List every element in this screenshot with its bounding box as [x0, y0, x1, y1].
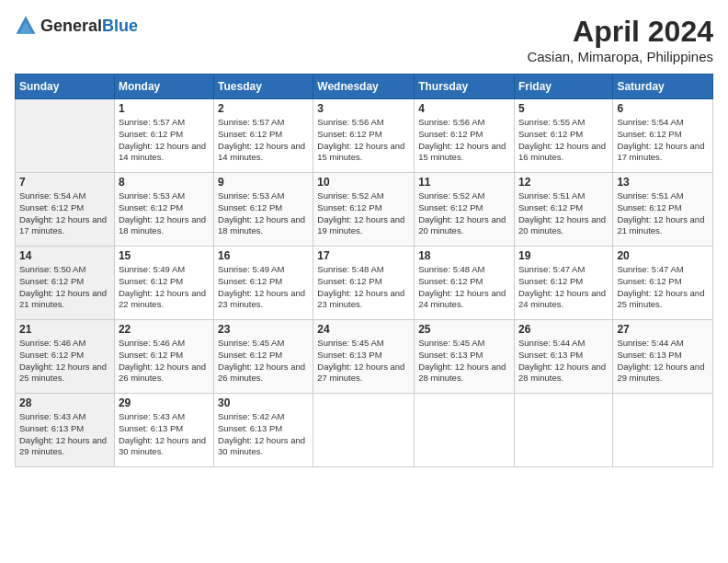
day-info: Sunrise: 5:43 AMSunset: 6:13 PMDaylight:…: [119, 411, 206, 456]
calendar-cell: 19Sunrise: 5:47 AMSunset: 6:12 PMDayligh…: [514, 247, 612, 320]
day-number: 7: [19, 176, 110, 189]
location-title: Casian, Mimaropa, Philippines: [527, 49, 713, 64]
day-number: 16: [218, 249, 309, 262]
day-number: 24: [317, 323, 410, 336]
calendar-week-row: 21Sunrise: 5:46 AMSunset: 6:12 PMDayligh…: [16, 320, 713, 394]
calendar-cell: 20Sunrise: 5:47 AMSunset: 6:12 PMDayligh…: [613, 247, 713, 320]
day-info: Sunrise: 5:49 AMSunset: 6:12 PMDaylight:…: [119, 264, 206, 309]
logo: GeneralBlue: [15, 15, 138, 37]
day-number: 15: [119, 249, 210, 262]
calendar-cell: 1Sunrise: 5:57 AMSunset: 6:12 PMDaylight…: [114, 99, 213, 173]
calendar-cell: 11Sunrise: 5:52 AMSunset: 6:12 PMDayligh…: [415, 173, 515, 247]
day-number: 23: [218, 323, 309, 336]
day-info: Sunrise: 5:57 AMSunset: 6:12 PMDaylight:…: [218, 117, 305, 162]
logo-text: GeneralBlue: [40, 17, 138, 36]
day-info: Sunrise: 5:51 AMSunset: 6:12 PMDaylight:…: [617, 190, 704, 236]
calendar-cell: 10Sunrise: 5:52 AMSunset: 6:12 PMDayligh…: [313, 173, 415, 247]
day-of-week-header: Monday: [114, 75, 213, 99]
header: GeneralBlue April 2024 Casian, Mimaropa,…: [15, 15, 713, 64]
calendar-cell: 3Sunrise: 5:56 AMSunset: 6:12 PMDaylight…: [313, 99, 415, 173]
day-info: Sunrise: 5:50 AMSunset: 6:12 PMDaylight:…: [19, 264, 107, 309]
calendar-cell: [514, 394, 612, 467]
day-info: Sunrise: 5:47 AMSunset: 6:12 PMDaylight:…: [617, 264, 704, 309]
calendar-cell: [313, 394, 415, 467]
day-of-week-header: Tuesday: [214, 75, 313, 99]
day-number: 1: [119, 102, 210, 115]
day-number: 19: [518, 249, 609, 262]
day-number: 20: [617, 249, 709, 262]
logo-blue: Blue: [102, 17, 138, 35]
calendar-week-row: 7Sunrise: 5:54 AMSunset: 6:12 PMDaylight…: [16, 173, 713, 247]
day-info: Sunrise: 5:55 AMSunset: 6:12 PMDaylight:…: [518, 117, 606, 162]
calendar-cell: 21Sunrise: 5:46 AMSunset: 6:12 PMDayligh…: [16, 320, 115, 394]
day-info: Sunrise: 5:52 AMSunset: 6:12 PMDaylight:…: [418, 190, 506, 236]
logo-icon: [15, 15, 37, 37]
calendar-cell: 22Sunrise: 5:46 AMSunset: 6:12 PMDayligh…: [114, 320, 213, 394]
day-number: 8: [119, 176, 210, 189]
day-info: Sunrise: 5:44 AMSunset: 6:13 PMDaylight:…: [617, 338, 704, 383]
calendar-table: SundayMondayTuesdayWednesdayThursdayFrid…: [15, 74, 713, 467]
day-number: 11: [418, 176, 510, 189]
day-info: Sunrise: 5:57 AMSunset: 6:12 PMDaylight:…: [119, 117, 206, 162]
day-info: Sunrise: 5:53 AMSunset: 6:12 PMDaylight:…: [218, 190, 305, 236]
title-section: April 2024 Casian, Mimaropa, Philippines: [527, 15, 713, 64]
day-info: Sunrise: 5:56 AMSunset: 6:12 PMDaylight:…: [317, 117, 404, 162]
day-info: Sunrise: 5:44 AMSunset: 6:13 PMDaylight:…: [518, 338, 606, 383]
calendar-cell: 26Sunrise: 5:44 AMSunset: 6:13 PMDayligh…: [514, 320, 612, 394]
day-info: Sunrise: 5:48 AMSunset: 6:12 PMDaylight:…: [418, 264, 506, 309]
calendar-cell: 27Sunrise: 5:44 AMSunset: 6:13 PMDayligh…: [613, 320, 713, 394]
calendar-week-row: 1Sunrise: 5:57 AMSunset: 6:12 PMDaylight…: [16, 99, 713, 173]
calendar-cell: 30Sunrise: 5:42 AMSunset: 6:13 PMDayligh…: [214, 394, 313, 467]
day-of-week-header: Saturday: [613, 75, 713, 99]
calendar-week-row: 14Sunrise: 5:50 AMSunset: 6:12 PMDayligh…: [16, 247, 713, 320]
day-info: Sunrise: 5:47 AMSunset: 6:12 PMDaylight:…: [518, 264, 606, 309]
calendar-cell: [415, 394, 515, 467]
day-number: 28: [19, 396, 110, 409]
calendar-cell: 25Sunrise: 5:45 AMSunset: 6:13 PMDayligh…: [415, 320, 515, 394]
day-number: 27: [617, 323, 709, 336]
day-number: 29: [119, 396, 210, 409]
calendar-cell: 18Sunrise: 5:48 AMSunset: 6:12 PMDayligh…: [415, 247, 515, 320]
day-info: Sunrise: 5:54 AMSunset: 6:12 PMDaylight:…: [19, 190, 107, 236]
day-info: Sunrise: 5:49 AMSunset: 6:12 PMDaylight:…: [218, 264, 305, 309]
calendar-cell: 8Sunrise: 5:53 AMSunset: 6:12 PMDaylight…: [114, 173, 213, 247]
calendar-cell: 6Sunrise: 5:54 AMSunset: 6:12 PMDaylight…: [613, 99, 713, 173]
day-number: 18: [418, 249, 510, 262]
calendar-cell: [613, 394, 713, 467]
day-info: Sunrise: 5:48 AMSunset: 6:12 PMDaylight:…: [317, 264, 404, 309]
calendar-cell: [16, 99, 115, 173]
day-of-week-header: Sunday: [16, 75, 115, 99]
calendar-cell: 14Sunrise: 5:50 AMSunset: 6:12 PMDayligh…: [16, 247, 115, 320]
calendar-cell: 16Sunrise: 5:49 AMSunset: 6:12 PMDayligh…: [214, 247, 313, 320]
calendar-cell: 7Sunrise: 5:54 AMSunset: 6:12 PMDaylight…: [16, 173, 115, 247]
day-info: Sunrise: 5:46 AMSunset: 6:12 PMDaylight:…: [19, 338, 107, 383]
calendar-cell: 9Sunrise: 5:53 AMSunset: 6:12 PMDaylight…: [214, 173, 313, 247]
day-number: 21: [19, 323, 110, 336]
day-number: 14: [19, 249, 110, 262]
day-number: 13: [617, 176, 709, 189]
day-info: Sunrise: 5:45 AMSunset: 6:13 PMDaylight:…: [418, 338, 506, 383]
day-info: Sunrise: 5:45 AMSunset: 6:13 PMDaylight:…: [317, 338, 404, 383]
calendar-cell: 4Sunrise: 5:56 AMSunset: 6:12 PMDaylight…: [415, 99, 515, 173]
page: GeneralBlue April 2024 Casian, Mimaropa,…: [0, 0, 728, 563]
calendar-cell: 17Sunrise: 5:48 AMSunset: 6:12 PMDayligh…: [313, 247, 415, 320]
day-info: Sunrise: 5:51 AMSunset: 6:12 PMDaylight:…: [518, 190, 606, 236]
day-of-week-header: Friday: [514, 75, 612, 99]
day-number: 4: [418, 102, 510, 115]
logo-general: General: [40, 17, 102, 35]
calendar-header-row: SundayMondayTuesdayWednesdayThursdayFrid…: [16, 75, 713, 99]
calendar-cell: 24Sunrise: 5:45 AMSunset: 6:13 PMDayligh…: [313, 320, 415, 394]
day-info: Sunrise: 5:45 AMSunset: 6:12 PMDaylight:…: [218, 338, 305, 383]
calendar-cell: 5Sunrise: 5:55 AMSunset: 6:12 PMDaylight…: [514, 99, 612, 173]
day-number: 9: [218, 176, 309, 189]
day-info: Sunrise: 5:52 AMSunset: 6:12 PMDaylight:…: [317, 190, 404, 236]
day-number: 12: [518, 176, 609, 189]
calendar-cell: 29Sunrise: 5:43 AMSunset: 6:13 PMDayligh…: [114, 394, 213, 467]
day-info: Sunrise: 5:46 AMSunset: 6:12 PMDaylight:…: [119, 338, 206, 383]
calendar-cell: 23Sunrise: 5:45 AMSunset: 6:12 PMDayligh…: [214, 320, 313, 394]
day-number: 6: [617, 102, 709, 115]
day-info: Sunrise: 5:56 AMSunset: 6:12 PMDaylight:…: [418, 117, 506, 162]
calendar-cell: 12Sunrise: 5:51 AMSunset: 6:12 PMDayligh…: [514, 173, 612, 247]
day-number: 3: [317, 102, 410, 115]
day-number: 5: [518, 102, 609, 115]
